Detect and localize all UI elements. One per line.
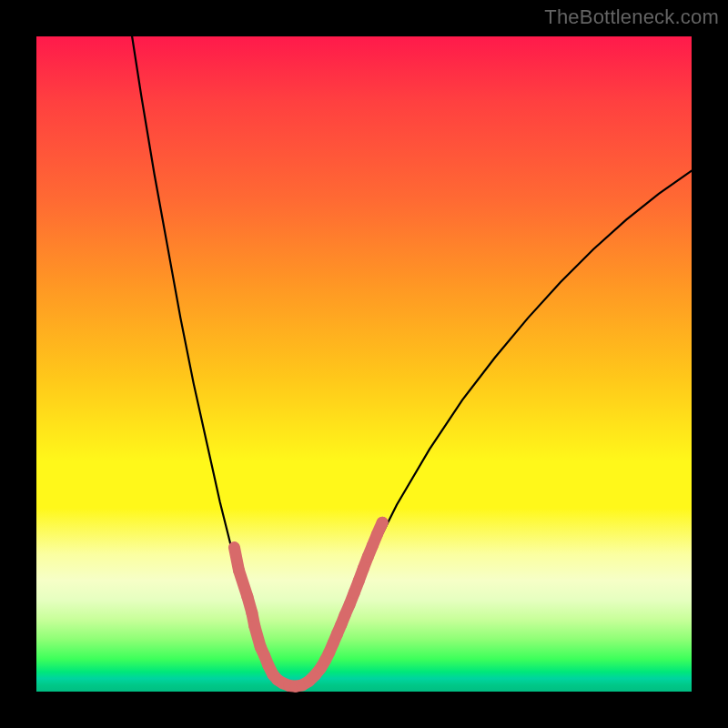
watermark-text: TheBottleneck.com (544, 5, 719, 29)
marker-group (234, 522, 382, 686)
chart-plot-area (36, 36, 692, 692)
chart-frame: TheBottleneck.com (0, 0, 728, 728)
chart-svg (36, 36, 692, 692)
curve-group (132, 36, 692, 687)
bottleneck-curve-right (311, 171, 692, 682)
bottleneck-curve-left (132, 36, 272, 675)
